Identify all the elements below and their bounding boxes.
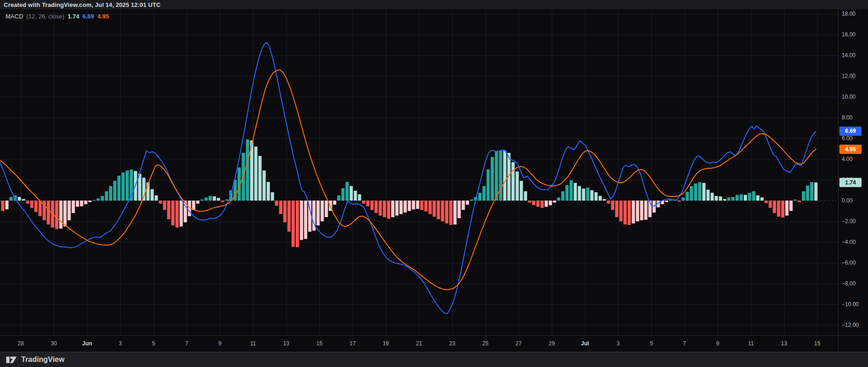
x-axis-label[interactable]: 5 (152, 340, 155, 347)
histogram-bar (707, 189, 710, 201)
histogram-bar (1, 201, 5, 211)
histogram-bar (516, 172, 519, 201)
x-axis-label[interactable]: 9 (716, 340, 720, 347)
y-axis-label[interactable]: 14.00 (842, 52, 856, 59)
histogram-bar (151, 189, 154, 201)
x-axis-label[interactable]: 11 (250, 340, 256, 347)
x-axis-label[interactable]: 11 (748, 340, 754, 347)
histogram-bar (59, 201, 63, 229)
y-axis-label[interactable]: −6.00 (842, 260, 856, 266)
y-axis-label[interactable]: −2.00 (842, 218, 856, 225)
histogram-bar (570, 180, 573, 201)
histogram-bar (275, 201, 278, 206)
x-axis-label[interactable]: 15 (316, 340, 323, 347)
x-axis-label[interactable]: 9 (218, 340, 222, 347)
histogram-bar (437, 201, 440, 219)
y-axis-label[interactable]: −4.00 (842, 239, 856, 245)
x-axis-label[interactable]: 29 (549, 340, 555, 347)
histogram-bar (615, 201, 619, 217)
histogram-bar (342, 188, 345, 201)
histogram-bar (690, 186, 693, 201)
x-axis-label[interactable]: 30 (51, 340, 57, 347)
x-axis-label[interactable]: 13 (283, 340, 289, 347)
y-axis-label[interactable]: 6.00 (842, 135, 853, 142)
histogram-bar (221, 201, 224, 202)
x-axis-label[interactable]: 27 (515, 340, 522, 347)
histogram-bar (798, 201, 801, 202)
histogram-bar (321, 201, 324, 221)
histogram-bar (732, 197, 735, 201)
y-axis-label[interactable]: 12.00 (842, 73, 856, 79)
histogram-bar (806, 185, 809, 201)
histogram-bar (462, 201, 465, 210)
histogram-bar (267, 182, 270, 201)
histogram-bar (595, 192, 598, 201)
histogram-bar (362, 201, 366, 204)
indicator-legend[interactable]: MACD (12, 26, close) 1.74 6.69 4.95 (6, 13, 109, 20)
histogram-bar (354, 191, 357, 201)
y-axis-label[interactable]: 10.00 (842, 94, 856, 100)
y-axis-label[interactable]: −8.00 (842, 280, 856, 287)
histogram-bar (549, 201, 552, 205)
histogram-bar (790, 201, 793, 211)
x-axis-label[interactable]: Jul (581, 340, 589, 347)
x-axis-label[interactable]: 7 (683, 340, 686, 347)
y-axis-label[interactable]: 4.00 (842, 156, 853, 162)
histogram-bar (80, 201, 83, 206)
x-axis-label[interactable]: 23 (449, 340, 455, 347)
histogram-bar (711, 193, 714, 201)
x-axis-label[interactable]: 21 (416, 340, 422, 347)
histogram-bar (586, 188, 590, 201)
y-axis-label[interactable]: 0.00 (842, 197, 853, 204)
histogram-bar (449, 201, 453, 225)
histogram-bar (97, 199, 100, 201)
x-axis-label[interactable]: 13 (781, 340, 787, 347)
histogram-bar (263, 171, 266, 201)
histogram-bar (35, 201, 38, 212)
histogram-bar (259, 156, 262, 201)
histogram-bar (412, 201, 415, 209)
histogram-bar (632, 201, 635, 224)
x-axis-label[interactable]: 17 (349, 340, 356, 347)
x-axis-label[interactable]: 5 (650, 340, 653, 347)
chart-canvas[interactable]: 18.0016.0014.0012.0010.008.006.004.002.0… (0, 0, 868, 367)
histogram-bar (416, 201, 419, 209)
histogram-bar (304, 201, 307, 239)
histogram-bar (105, 191, 108, 201)
histogram-bar (483, 186, 486, 201)
y-axis-label[interactable]: 8.00 (842, 114, 853, 121)
x-axis-label[interactable]: 15 (814, 340, 821, 347)
x-axis-label[interactable]: Jun (82, 340, 92, 347)
histogram-bar (176, 201, 179, 228)
histogram-bar (777, 201, 780, 217)
legend-histogram-value: 1.74 (68, 13, 79, 20)
histogram-bar (723, 199, 726, 201)
histogram-bar (682, 197, 685, 201)
indicator-name: MACD (6, 13, 23, 20)
histogram-bar (333, 201, 337, 205)
histogram-bar (429, 201, 432, 214)
y-axis-label[interactable]: −12.00 (842, 322, 859, 328)
y-axis-label[interactable]: 18.00 (842, 11, 856, 17)
x-axis-label[interactable]: 28 (18, 340, 24, 347)
histogram-bar (387, 201, 390, 219)
histogram-bar (159, 201, 162, 204)
x-axis-label[interactable]: 7 (185, 340, 189, 347)
histogram-bar (396, 201, 399, 216)
attribution-text: Created with TradingView.com, Jul 14, 20… (4, 1, 160, 8)
x-axis-label[interactable]: 3 (617, 340, 620, 347)
histogram-bar (167, 201, 171, 219)
y-axis-label[interactable]: 16.00 (842, 31, 856, 38)
x-axis-label[interactable]: 3 (119, 340, 122, 347)
attribution-bar: Created with TradingView.com, Jul 14, 20… (0, 0, 868, 10)
histogram-bar (744, 195, 747, 201)
histogram-bar (557, 197, 561, 201)
y-axis-label[interactable]: −10.00 (842, 301, 859, 308)
x-axis-label[interactable]: 19 (383, 340, 389, 347)
histogram-bar (611, 201, 614, 210)
histogram-bar (491, 157, 494, 201)
histogram-bar (815, 183, 818, 201)
histogram-bar (785, 201, 789, 216)
x-axis-label[interactable]: 25 (482, 340, 489, 347)
histogram-bar (163, 201, 166, 210)
